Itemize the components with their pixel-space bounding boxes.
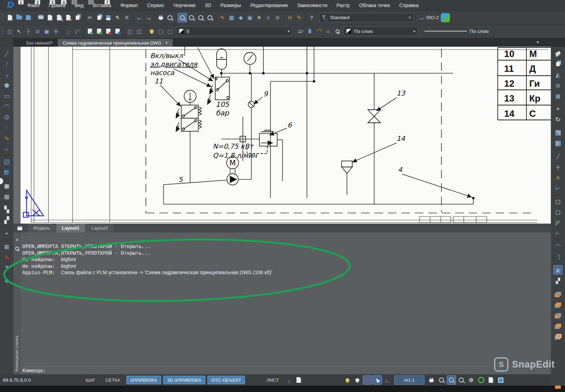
zoom-lens-icon[interactable]: [437, 375, 446, 385]
draw-order-below-icon[interactable]: [553, 321, 563, 330]
edit-pencil-icon[interactable]: ✎: [218, 13, 227, 22]
3d-box-icon[interactable]: ▣: [553, 265, 563, 275]
tab-layout2[interactable]: Layout2: [86, 224, 114, 232]
print-icon[interactable]: [36, 13, 45, 22]
layer-combo[interactable]: 0 ▾: [176, 27, 293, 36]
stretch-h-icon[interactable]: ⊢: [553, 229, 563, 238]
spline-icon[interactable]: ∿: [2, 134, 11, 143]
toggle-object-tracking[interactable]: ОТС-ОБЪЕКТ: [207, 376, 245, 384]
sheet-export-icon[interactable]: [486, 375, 496, 385]
new-file-icon[interactable]: [5, 13, 15, 22]
autosnap-target-icon[interactable]: [363, 375, 372, 385]
zoom-previous-icon[interactable]: [205, 13, 215, 22]
draw-order-front-icon[interactable]: [553, 289, 563, 298]
paper-sheet[interactable]: Вкл/выкл эл.двигателя насоса 11 105 бар …: [21, 47, 551, 224]
menu-3d[interactable]: 3D: [200, 0, 216, 11]
paste-icon[interactable]: [104, 13, 113, 22]
print-preview-icon[interactable]: [45, 13, 55, 22]
revision-cloud-icon[interactable]: ◌: [2, 123, 11, 132]
stretch-icon[interactable]: [553, 139, 563, 148]
zoom-realtime-icon[interactable]: [165, 13, 175, 22]
explode-icon[interactable]: ▞: [553, 276, 563, 285]
point-icon[interactable]: •: [2, 229, 11, 238]
zoom-window-icon[interactable]: [178, 13, 187, 22]
layer-on-lamp-icon[interactable]: [147, 27, 156, 36]
tools-icon[interactable]: ✕: [255, 13, 264, 22]
command-line-panel[interactable]: × Командная строка OPEN,ИМПОРТА ОТКРЫТЬ,…: [13, 232, 551, 374]
pan-hand-icon[interactable]: [427, 375, 436, 385]
linetype-combo[interactable]: По слою: [421, 27, 503, 36]
command-input[interactable]: Команда:: [21, 366, 551, 374]
green-ring-icon[interactable]: [476, 375, 486, 385]
sketch-pen-icon[interactable]: ✎: [295, 13, 304, 22]
dim-style-value[interactable]: ISO-2: [426, 15, 439, 20]
corner-trim-icon[interactable]: ◸: [73, 27, 82, 36]
mirror-icon[interactable]: ◭: [553, 70, 563, 79]
menu-draw[interactable]: Черчение: [169, 0, 200, 11]
arc-icon[interactable]: ◠: [2, 102, 11, 111]
list-icon[interactable]: ≡: [264, 13, 273, 22]
draw-order-above-icon[interactable]: [553, 310, 563, 319]
block-edit-icon[interactable]: ▞: [2, 215, 11, 225]
chamfer-icon[interactable]: ◠: [553, 252, 563, 261]
rect-snap-icon[interactable]: ▣: [42, 27, 51, 36]
point-style-icon[interactable]: [2, 276, 11, 285]
erase-icon[interactable]: [553, 49, 563, 58]
orbit-icon[interactable]: ⊕: [467, 375, 476, 385]
dim-style-icon[interactable]: ↔: [417, 13, 426, 22]
bring-to-front-icon[interactable]: [553, 332, 563, 341]
ellipse-tool-icon[interactable]: ○: [324, 27, 333, 36]
lengthen-icon[interactable]: ╱: [553, 152, 563, 161]
doc-tab-untitled[interactable]: Без имени0*: [21, 39, 58, 47]
ellipse-icon[interactable]: ○: [2, 144, 11, 154]
chamfer-corner-icon[interactable]: ◸: [553, 218, 563, 227]
join2-icon[interactable]: ▢: [553, 207, 563, 217]
block-insert-icon[interactable]: ▚: [2, 205, 11, 214]
grips-settings-icon[interactable]: [343, 375, 352, 385]
drawing-canvas[interactable]: Вкл/выкл эл.двигателя насоса 11 105 бар …: [13, 47, 551, 224]
cursor-mode-icon[interactable]: [373, 375, 382, 385]
zoom-rect-icon[interactable]: [187, 13, 196, 22]
join-icon[interactable]: ▢: [553, 197, 563, 206]
toolbar-grip[interactable]: [2, 27, 4, 35]
insert-block-icon[interactable]: ◫: [5, 27, 15, 36]
line-icon[interactable]: ╱: [2, 49, 11, 58]
toggle-osnap[interactable]: оПРИВЯЗКА: [126, 376, 161, 384]
gradient-icon[interactable]: [2, 168, 11, 177]
corner-join-icon[interactable]: ┌: [64, 27, 73, 36]
grid-snap-icon[interactable]: ╪: [51, 27, 61, 36]
region-icon[interactable]: ▩: [2, 181, 11, 190]
solid-view-icon[interactable]: ◫: [125, 27, 135, 36]
plugin-logo-icon[interactable]: [441, 13, 450, 22]
circle-snap-icon[interactable]: ⊘: [33, 27, 42, 36]
flag-red-icon[interactable]: [104, 27, 113, 36]
menu-point-clouds[interactable]: Облака точек: [354, 0, 394, 11]
save-icon[interactable]: [24, 13, 33, 22]
menu-raster[interactable]: Растр: [332, 0, 355, 11]
parallelogram-icon[interactable]: ▱: [296, 27, 305, 36]
find-in-document-icon[interactable]: [55, 13, 64, 22]
zoom-object-icon[interactable]: [196, 13, 205, 22]
move-icon[interactable]: +: [553, 104, 563, 114]
blue-square-icon[interactable]: [496, 375, 506, 385]
table-tool-icon[interactable]: ▦: [2, 242, 11, 251]
menu-service[interactable]: Сервис: [143, 0, 169, 11]
color-swatch-icon[interactable]: [305, 27, 314, 36]
rotate-icon[interactable]: ↻: [553, 115, 563, 124]
construction-line-icon[interactable]: ╱: [2, 59, 11, 69]
polar-tracking-icon[interactable]: ∟: [383, 375, 392, 385]
scale-icon[interactable]: [553, 128, 563, 137]
cut-icon[interactable]: ✂: [85, 13, 95, 22]
axis-icon[interactable]: ╪: [553, 162, 563, 172]
paint-bucket-icon[interactable]: ◠: [314, 27, 324, 36]
lamp-icon[interactable]: [353, 375, 362, 385]
open-file-icon[interactable]: [15, 13, 24, 22]
block-icon[interactable]: ▣: [245, 13, 255, 22]
flag-green2-icon[interactable]: [95, 27, 104, 36]
circle-icon[interactable]: ⊙: [2, 113, 11, 122]
cursor-select-icon[interactable]: ↖: [15, 27, 24, 36]
toolbar-grip[interactable]: [2, 14, 4, 22]
match-properties-icon[interactable]: ✎: [113, 13, 122, 22]
h-beam-icon[interactable]: H: [285, 13, 295, 22]
viewport-scale[interactable]: m1:1: [394, 375, 424, 385]
